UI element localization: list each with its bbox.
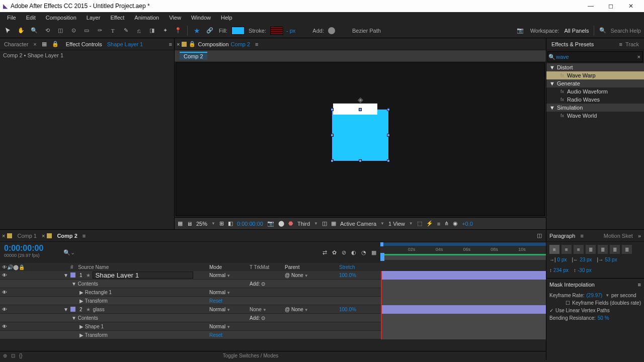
exposure-value[interactable]: +0.0 (462, 221, 473, 227)
close-tab-icon[interactable]: × (33, 41, 36, 47)
effect-item[interactable]: fxAudio Waveform (546, 87, 644, 96)
menu-help[interactable]: Help (216, 14, 237, 22)
color-mgmt-icon[interactable]: ⬣ (288, 220, 293, 227)
shape-layer-rectangle[interactable] (332, 110, 388, 161)
puppet-tool-icon[interactable]: 📍 (173, 26, 183, 36)
timeline-tab-comp2[interactable]: Comp 2 (54, 232, 80, 240)
bending-resistance-value[interactable]: 50 % (598, 315, 609, 321)
menu-layer[interactable]: Layer (82, 14, 106, 22)
resize-handle[interactable] (387, 108, 390, 111)
shy-icon[interactable]: ⇄ (323, 249, 327, 256)
col-source-name[interactable]: Source Name (78, 264, 109, 270)
cti-playhead[interactable] (380, 253, 384, 261)
stroke-color-swatch[interactable] (270, 27, 283, 35)
tab-paragraph[interactable]: Paragraph (549, 233, 575, 239)
resize-handle[interactable] (387, 159, 390, 162)
blend-mode-dropdown[interactable]: Normal (209, 290, 225, 295)
pickwhip-icon[interactable]: @ (285, 307, 290, 312)
maximize-button[interactable]: ◻ (601, 0, 621, 12)
pickwhip-icon[interactable]: @ (285, 273, 290, 278)
brush-tool-icon[interactable]: ✎ (121, 26, 131, 36)
resize-handle[interactable] (331, 108, 334, 111)
rotate-tool-icon[interactable]: ⟲ (42, 26, 52, 36)
camera-dropdown[interactable]: Active Camera (340, 221, 376, 227)
channel-icon[interactable]: ⬤ (278, 220, 284, 227)
graph-editor-icon[interactable]: ◫ (537, 232, 542, 239)
roi-icon[interactable]: ◫ (322, 220, 327, 227)
clear-search-icon[interactable]: × (635, 54, 642, 60)
time-navigator-thumb[interactable] (380, 242, 383, 246)
views-dropdown[interactable]: 1 View (388, 221, 405, 227)
effects-search-input[interactable]: 🔍 wave × (547, 51, 643, 62)
layer-duration-bar[interactable] (381, 280, 546, 288)
timeline-row[interactable]: ▼ ContentsAdd: ⊙ (0, 314, 546, 322)
align-right-button[interactable]: ≡ (574, 245, 584, 254)
resolution-icon[interactable]: 🖥 (187, 221, 192, 227)
pixel-aspect-icon[interactable]: ⬚ (417, 220, 422, 227)
resize-handle[interactable] (331, 134, 334, 137)
bezier-path-label[interactable]: Bezier Path (351, 28, 382, 34)
justify-center-button[interactable]: ≣ (598, 245, 608, 254)
menu-view[interactable]: View (164, 14, 186, 22)
toggle-switches-button[interactable]: Toggle Switches / Modes (223, 353, 279, 358)
timeline-row[interactable]: 👁▶ Shape 1Normal▼ (0, 322, 546, 331)
hand-tool-icon[interactable]: ✋ (16, 26, 26, 36)
spacing-control[interactable]: ↕234 px (549, 267, 569, 273)
frame-blend-icon[interactable]: ✿ (332, 249, 337, 256)
effects-category[interactable]: ▼Distort (546, 63, 644, 71)
effects-category[interactable]: ▼Generate (546, 79, 644, 87)
lock-icon[interactable]: 🔒 (52, 41, 59, 47)
effect-controls-layer-link[interactable]: Shape Layer 1 (107, 41, 143, 47)
effect-item[interactable]: fxWave World (546, 112, 644, 120)
parent-dropdown[interactable]: None (291, 273, 303, 278)
layer-name-input[interactable] (93, 272, 193, 279)
transform-reset[interactable]: Reset (209, 298, 222, 304)
layer-duration-bar[interactable] (381, 297, 546, 305)
anchor-point-icon[interactable]: ◈ (358, 96, 363, 104)
tab-tracker[interactable]: Track (622, 40, 642, 48)
timeline-row[interactable]: ▶ TransformReset (0, 297, 546, 305)
overflow-icon[interactable]: » (638, 233, 641, 239)
visibility-toggle[interactable]: 👁 (2, 307, 8, 312)
col-trkmat[interactable]: T TrkMat (250, 264, 285, 270)
brain-icon[interactable]: ◐ (351, 249, 356, 256)
modes-icon[interactable]: {} (19, 353, 23, 358)
tab-effects-presets[interactable]: Effects & Presets (548, 40, 597, 48)
align-center-button[interactable]: ≡ (561, 245, 572, 254)
timeline-icon[interactable]: ≡ (437, 221, 440, 227)
transparency-icon[interactable]: ▦ (331, 220, 336, 227)
resize-handle[interactable] (387, 134, 390, 137)
add-property-button[interactable]: Add: ⊙ (250, 315, 265, 321)
comp-panel-menu-icon[interactable]: ≡ (255, 41, 258, 47)
timeline-row[interactable]: 👁▼2★glassNormal▼None▼@ None▼100.0% (0, 305, 546, 314)
spacing-control[interactable]: |→53 px (597, 257, 617, 262)
resize-handle[interactable] (331, 159, 334, 162)
layer-duration-bar[interactable] (381, 305, 546, 314)
col-mode[interactable]: Mode (209, 264, 250, 270)
blend-mode-dropdown[interactable]: Normal (209, 307, 225, 312)
timeline-timecode[interactable]: 0:00:00:00 (4, 244, 59, 253)
keyframe-fields-checkbox[interactable]: Keyframe Fields (doubles rate) (572, 300, 641, 306)
visibility-toggle[interactable]: 👁 (2, 273, 8, 278)
panel-menu-icon[interactable]: ≡ (169, 41, 172, 47)
justify-left-button[interactable]: ≣ (586, 245, 596, 254)
timeline-row[interactable]: ▶ TransformReset (0, 331, 546, 339)
rectangle-tool-icon[interactable]: ▭ (82, 26, 92, 36)
trkmat-dropdown[interactable]: None (250, 307, 262, 312)
time-ruler[interactable]: 02s04s06s08s10s (380, 242, 546, 263)
graph-icon[interactable]: ◔ (361, 249, 366, 256)
search-help-input[interactable]: Search Help (610, 28, 641, 34)
switches-icon[interactable]: ⊡ (11, 353, 15, 358)
effect-item[interactable]: fxRadio Waves (546, 96, 644, 104)
mask-toggle-icon[interactable]: ◧ (228, 220, 233, 227)
timeline-row[interactable]: 👁▶ Rectangle 1Normal▼ (0, 288, 546, 297)
workspace-dropdown[interactable]: All Panels (565, 28, 589, 34)
effects-category[interactable]: ▼Simulation (546, 104, 644, 112)
comp-subtab[interactable]: Comp 2 (180, 52, 207, 60)
menu-file[interactable]: File (2, 14, 21, 22)
comp-name-link[interactable]: Comp 2 (231, 41, 251, 47)
spacing-control[interactable]: ↕-30 px (574, 267, 592, 273)
resize-handle[interactable] (359, 108, 362, 111)
justify-right-button[interactable]: ≣ (610, 245, 620, 254)
align-left-button[interactable]: ≡ (549, 245, 559, 254)
